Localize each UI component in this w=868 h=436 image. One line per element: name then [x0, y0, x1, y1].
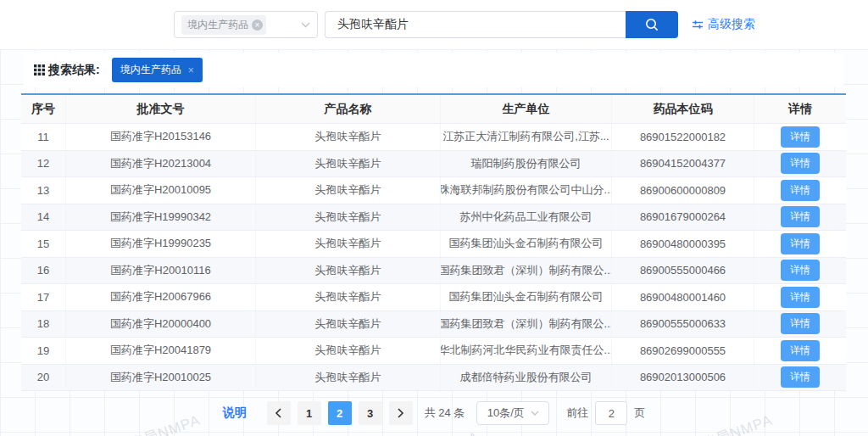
cell-product: 头孢呋辛酯片: [256, 365, 441, 391]
cell-manufacturer: 瑞阳制药股份有限公司: [441, 151, 612, 177]
next-page-button[interactable]: [389, 401, 413, 425]
search-input[interactable]: [325, 11, 626, 38]
table-row: 17 国药准字H20067966 头孢呋辛酯片 国药集团汕头金石制药有限公司 8…: [21, 284, 846, 311]
cell-no: 14: [21, 204, 66, 231]
goto-suffix-label: 页: [634, 405, 645, 421]
cell-code: 86900600000809: [612, 177, 754, 204]
cell-code: 86901679000264: [612, 204, 754, 231]
prev-page-button[interactable]: [267, 401, 291, 425]
cell-product: 头孢呋辛酯片: [256, 284, 441, 310]
cell-approval: 国药准字H19990235: [66, 231, 256, 257]
category-tag: 境内生产药品 ×: [181, 15, 266, 35]
cell-code: 86902013000506: [612, 365, 754, 391]
detail-button[interactable]: 详情: [781, 366, 820, 388]
page-size-select[interactable]: 10条/页: [476, 401, 549, 425]
table-row: 16 国药准字H20010116 头孢呋辛酯片 国药集团致君（深圳）制药有限公.…: [21, 258, 846, 285]
page-button-2-current[interactable]: 2: [328, 401, 352, 425]
search-bar: 境内生产药品 × 高级搜索: [0, 0, 868, 49]
cell-approval: 国药准字H20010116: [66, 258, 256, 284]
cell-approval: 国药准字H20153146: [66, 124, 256, 150]
content-section: 搜索结果: 境内生产药品 × 序号 批准文号 产品名称 生产单位 药品本位码 详…: [0, 49, 868, 436]
cell-product: 头孢呋辛酯片: [256, 231, 441, 257]
cell-product: 头孢呋辛酯片: [256, 338, 441, 364]
table-row: 12 国药准字H20213004 头孢呋辛酯片 瑞阳制药股份有限公司 86904…: [21, 151, 846, 178]
total-count-label: 共 24 条: [425, 405, 465, 421]
table-row: 15 国药准字H19990235 头孢呋辛酯片 国药集团汕头金石制药有限公司 8…: [21, 231, 846, 258]
detail-button[interactable]: 详情: [781, 126, 820, 148]
filter-tag[interactable]: 境内生产药品 ×: [112, 58, 203, 82]
cell-no: 12: [21, 151, 66, 177]
table-row: 20 国药准字H20010025 头孢呋辛酯片 成都倍特药业股份有限公司 869…: [21, 365, 846, 392]
cell-detail: 详情: [754, 284, 846, 310]
cell-approval: 国药准字H20041879: [66, 338, 256, 364]
detail-button[interactable]: 详情: [781, 180, 820, 201]
cell-detail: 详情: [754, 204, 846, 231]
page-button-1[interactable]: 1: [298, 401, 321, 425]
chevron-right-icon: [397, 408, 404, 418]
cell-no: 15: [21, 231, 66, 257]
cell-code: 86900480000395: [612, 231, 754, 257]
cell-code: 86900555000633: [612, 311, 754, 338]
cell-code: 86901522000182: [612, 124, 754, 150]
table-row: 18 国药准字H20000400 头孢呋辛酯片 国药集团致君（深圳）制药有限公.…: [21, 311, 846, 338]
table-header-row: 序号 批准文号 产品名称 生产单位 药品本位码 详情: [21, 95, 846, 124]
detail-button[interactable]: 详情: [781, 287, 820, 308]
detail-button[interactable]: 详情: [781, 233, 820, 254]
cell-detail: 详情: [754, 311, 846, 338]
cell-approval: 国药准字H20010095: [66, 177, 256, 204]
nmpa-watermark: 药监局NMPA: [391, 428, 481, 436]
table-row: 11 国药准字H20153146 头孢呋辛酯片 江苏正大清江制药有限公司,江苏.…: [21, 124, 846, 151]
cell-product: 头孢呋辛酯片: [256, 258, 441, 284]
drug-search-results-page: 境内生产药品 × 高级搜索 搜: [0, 0, 868, 436]
cell-code: 86900555000466: [612, 258, 754, 284]
goto-label: 前往: [566, 405, 588, 421]
cell-manufacturer: 国药集团致君（深圳）制药有限公...: [441, 311, 612, 338]
detail-button[interactable]: 详情: [781, 260, 820, 281]
cell-product: 头孢呋辛酯片: [256, 151, 441, 177]
cell-detail: 详情: [754, 258, 846, 284]
category-select[interactable]: 境内生产药品 ×: [174, 11, 318, 38]
chevron-down-icon: [531, 411, 539, 416]
cell-product: 头孢呋辛酯片: [256, 311, 441, 338]
goto-page-input[interactable]: [595, 401, 627, 425]
cell-detail: 详情: [754, 151, 846, 177]
cell-approval: 国药准字H20213004: [66, 151, 256, 177]
note-link[interactable]: 说明: [223, 405, 247, 421]
search-button[interactable]: [626, 11, 678, 38]
cell-no: 17: [21, 284, 66, 310]
results-header-card: 搜索结果: 境内生产药品 ×: [24, 53, 843, 87]
detail-button[interactable]: 详情: [781, 313, 820, 334]
page-size-value: 10条/页: [487, 405, 525, 421]
cell-no: 19: [21, 338, 66, 364]
category-tag-label: 境内生产药品: [187, 18, 248, 32]
detail-button[interactable]: 详情: [781, 206, 820, 227]
column-header-no: 序号: [21, 95, 66, 123]
cell-detail: 详情: [754, 231, 846, 257]
detail-button[interactable]: 详情: [781, 340, 820, 361]
cell-manufacturer: 苏州中化药品工业有限公司: [441, 204, 612, 231]
cell-approval: 国药准字H20010025: [66, 365, 256, 391]
cell-no: 16: [21, 258, 66, 284]
page-button-3[interactable]: 3: [359, 401, 382, 425]
cell-product: 头孢呋辛酯片: [256, 177, 441, 204]
cell-manufacturer: 国药集团汕头金石制药有限公司: [441, 231, 612, 257]
cell-approval: 国药准字H20000400: [66, 311, 256, 338]
advanced-search-link[interactable]: 高级搜索: [692, 17, 755, 32]
column-header-manufacturer: 生产单位: [441, 95, 612, 123]
category-tag-remove-icon[interactable]: ×: [252, 20, 263, 31]
cell-product: 头孢呋辛酯片: [256, 124, 441, 150]
cell-detail: 详情: [754, 124, 846, 150]
results-table: 序号 批准文号 产品名称 生产单位 药品本位码 详情 11 国药准字H20153…: [21, 93, 846, 391]
cell-manufacturer: 成都倍特药业股份有限公司: [441, 365, 612, 391]
column-header-code: 药品本位码: [612, 95, 754, 123]
detail-button[interactable]: 详情: [781, 153, 820, 174]
filter-tag-close-icon[interactable]: ×: [188, 64, 194, 76]
advanced-search-sliders-icon: [692, 19, 704, 31]
results-label-wrap: 搜索结果:: [34, 63, 100, 78]
cell-detail: 详情: [754, 365, 846, 391]
table-row: 13 国药准字H20010095 头孢呋辛酯片 珠海联邦制药股份有限公司中山分.…: [21, 177, 846, 204]
table-body: 11 国药准字H20153146 头孢呋辛酯片 江苏正大清江制药有限公司,江苏.…: [21, 124, 846, 391]
cell-detail: 详情: [754, 177, 846, 204]
cell-manufacturer: 华北制药河北华民药业有限责任公...: [441, 338, 612, 364]
cell-no: 13: [21, 177, 66, 204]
